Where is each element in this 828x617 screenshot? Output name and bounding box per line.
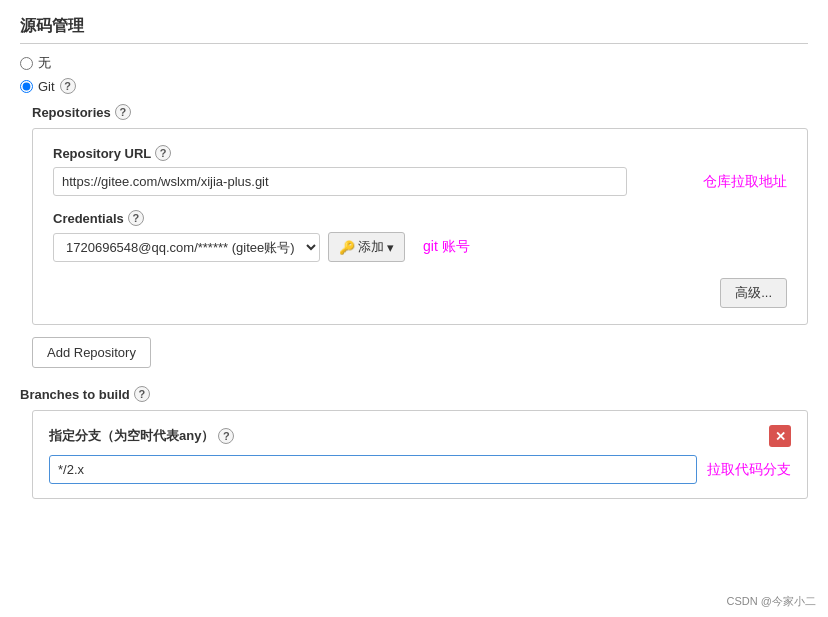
key-icon: 🔑: [339, 240, 355, 255]
git-help-icon[interactable]: ?: [60, 78, 76, 94]
page-title: 源码管理: [20, 16, 808, 44]
source-control-radio-group: 无 Git ?: [20, 54, 808, 94]
radio-none-item[interactable]: 无: [20, 54, 808, 72]
url-row: 仓库拉取地址: [53, 167, 787, 196]
credentials-select[interactable]: 1720696548@qq.com/****** (gitee账号): [53, 233, 320, 262]
branches-section: Branches to build ? 指定分支（为空时代表any） ? ✕ 拉…: [20, 386, 808, 499]
repository-card: Repository URL ? 仓库拉取地址 Credentials ? 17…: [32, 128, 808, 325]
credentials-label-text: Credentials: [53, 211, 124, 226]
radio-git-label: Git: [38, 79, 55, 94]
watermark: CSDN @今家小二: [727, 594, 816, 609]
branch-field-label: 指定分支（为空时代表any） ?: [49, 427, 234, 445]
radio-none-label: 无: [38, 54, 51, 72]
url-help-icon[interactable]: ?: [155, 145, 171, 161]
advanced-button[interactable]: 高级...: [720, 278, 787, 308]
add-repository-button[interactable]: Add Repository: [32, 337, 151, 368]
branches-label-text: Branches to build: [20, 387, 130, 402]
credentials-row: 1720696548@qq.com/****** (gitee账号) 🔑 添加 …: [53, 232, 787, 262]
close-icon: ✕: [775, 429, 786, 444]
delete-branch-button[interactable]: ✕: [769, 425, 791, 447]
branch-card-header: 指定分支（为空时代表any） ? ✕: [49, 425, 791, 447]
branch-help-icon[interactable]: ?: [218, 428, 234, 444]
url-label-text: Repository URL: [53, 146, 151, 161]
add-credential-button[interactable]: 🔑 添加 ▾: [328, 232, 405, 262]
branch-card: 指定分支（为空时代表any） ? ✕ 拉取代码分支: [32, 410, 808, 499]
radio-git[interactable]: [20, 80, 33, 93]
credentials-help-icon[interactable]: ?: [128, 210, 144, 226]
branches-section-label: Branches to build ?: [20, 386, 808, 402]
page-container: 源码管理 无 Git ? Repositories ? Repository U…: [0, 0, 828, 617]
advanced-row: 高级...: [53, 278, 787, 308]
radio-git-item[interactable]: Git ?: [20, 78, 808, 94]
radio-none[interactable]: [20, 57, 33, 70]
branch-input-row: 拉取代码分支: [49, 455, 791, 484]
credentials-field-label: Credentials ?: [53, 210, 787, 226]
branch-label-text: 指定分支（为空时代表any）: [49, 427, 214, 445]
add-credential-label: 添加: [358, 238, 384, 256]
url-field-label: Repository URL ?: [53, 145, 787, 161]
repository-url-input[interactable]: [53, 167, 627, 196]
url-annotation: 仓库拉取地址: [703, 173, 787, 191]
repositories-section-label: Repositories ?: [32, 104, 808, 120]
branch-annotation: 拉取代码分支: [707, 461, 791, 479]
git-annotation: git 账号: [423, 238, 470, 256]
branch-specifier-input[interactable]: [49, 455, 697, 484]
branches-help-icon[interactable]: ?: [134, 386, 150, 402]
repositories-help-icon[interactable]: ?: [115, 104, 131, 120]
dropdown-arrow-icon: ▾: [387, 240, 394, 255]
repositories-text: Repositories: [32, 105, 111, 120]
